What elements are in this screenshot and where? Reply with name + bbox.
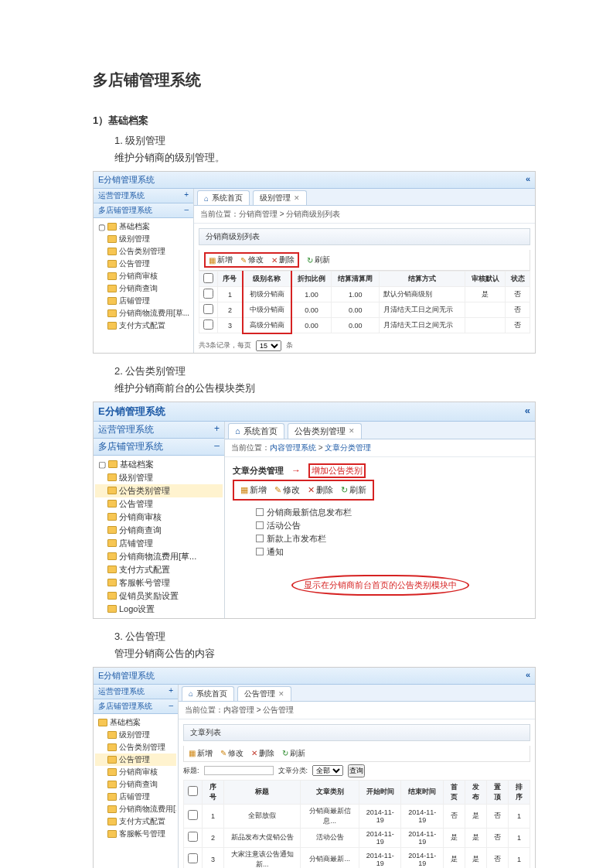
select-all-checkbox[interactable] (203, 273, 213, 283)
refresh-button[interactable]: ↻刷新 (341, 484, 366, 496)
tree-item[interactable]: 客服帐号管理 (95, 828, 176, 840)
type-select[interactable]: 全部 (312, 765, 343, 776)
select-all-checkbox[interactable] (188, 786, 198, 796)
tree-item[interactable]: 分销商查询 (95, 282, 192, 295)
search-button[interactable]: 查询 (348, 764, 365, 777)
tab-home[interactable]: ⌂系统首页 (197, 190, 250, 205)
collapse-icon[interactable]: – (214, 440, 220, 453)
notice-table: 序号标题文章类别 开始时间结束时间首页 发布置顶排序 1全部放假分销商最新信息.… (183, 780, 530, 869)
nav-ops[interactable]: 运营管理系统 (98, 423, 154, 436)
list-item[interactable]: 新款上市发布栏 (256, 532, 527, 545)
list-item[interactable]: 通知 (256, 545, 527, 559)
refresh-icon: ↻ (307, 256, 313, 265)
panel-title: 分销商级别列表 (199, 228, 530, 245)
tree-item[interactable]: 支付方式配置 (95, 320, 192, 332)
delete-button[interactable]: ✕删除 (251, 748, 274, 759)
tree-item[interactable]: 级别管理 (95, 233, 192, 245)
tree-item[interactable]: 店铺管理 (95, 791, 176, 803)
tree-root[interactable]: ▢基础档案 (95, 458, 223, 471)
tab-home[interactable]: ⌂系统首页 (182, 686, 234, 701)
tree-item[interactable]: 促销员奖励设置 (95, 589, 223, 603)
nav-multi[interactable]: 多店铺管理系统 (98, 701, 152, 712)
tree-item[interactable]: 分销商查询 (95, 524, 223, 537)
col-days: 结算清算周 (332, 272, 380, 287)
tree-item-selected[interactable]: 公告管理 (95, 754, 176, 766)
tree-item[interactable]: 店铺管理 (95, 295, 192, 307)
tree-item[interactable]: 客服帐号管理 (95, 576, 223, 589)
folder-icon (108, 460, 117, 468)
page-size-select[interactable]: 15 (256, 340, 281, 351)
close-icon[interactable]: ✕ (294, 194, 300, 202)
tree-root[interactable]: 基础档案 (95, 716, 176, 729)
expand-icon[interactable]: + (169, 686, 173, 697)
tree-item[interactable]: 级别管理 (95, 471, 223, 484)
tree-item[interactable]: 分销商物流费用[草... (95, 307, 192, 320)
nav-multi[interactable]: 多店铺管理系统 (98, 205, 152, 216)
nav-multi[interactable]: 多店铺管理系统 (98, 440, 163, 453)
tab-category[interactable]: 公告类别管理✕ (288, 423, 362, 439)
list-item[interactable]: 活动公告 (256, 519, 527, 532)
table-row[interactable]: 3大家注意该公告通知新...分销商最新...2014-11-192014-11-… (184, 847, 530, 868)
table-row[interactable]: 2中级分销商0.000.00月清结天工日之间无示否 (199, 302, 530, 318)
tree-item[interactable]: 公告管理 (95, 258, 192, 270)
refresh-button[interactable]: ↻刷新 (307, 255, 330, 265)
search-input[interactable] (204, 766, 274, 775)
collapse-icon[interactable]: « (525, 405, 530, 419)
home-icon: ⌂ (204, 194, 209, 203)
panel-title: 文章分类管理 (233, 465, 284, 477)
expand-icon[interactable]: + (214, 423, 220, 436)
checkbox[interactable] (256, 521, 264, 529)
edit-button[interactable]: ✎修改 (274, 484, 300, 496)
tab-home[interactable]: ⌂系统首页 (228, 423, 284, 439)
tree-item[interactable]: 分销商查询 (95, 778, 176, 791)
nav-ops[interactable]: 运营管理系统 (98, 190, 145, 201)
delete-button[interactable]: ✕删除 (271, 255, 295, 265)
collapse-icon[interactable]: « (526, 670, 530, 682)
list-item[interactable]: 分销商最新信息发布栏 (256, 506, 527, 519)
search-label: 标题: (183, 766, 199, 776)
tree-item[interactable]: 公告类别管理 (95, 741, 176, 754)
checkbox[interactable] (256, 508, 264, 516)
col-name: 级别名称 (243, 272, 291, 287)
tree-item[interactable]: 分销商审核 (95, 766, 176, 778)
tree-item-selected[interactable]: 公告类别管理 (95, 484, 223, 497)
checkbox[interactable] (256, 535, 264, 542)
delete-button[interactable]: ✕删除 (308, 484, 333, 496)
tab-level[interactable]: 级别管理✕ (253, 190, 307, 205)
close-icon[interactable]: ✕ (349, 427, 355, 435)
tree-root[interactable]: ▢基础档案 (95, 220, 192, 233)
add-button[interactable]: ▦新增 (240, 484, 267, 496)
tree-item[interactable]: 店铺管理 (95, 537, 223, 550)
subsection-desc: 维护分销商前台的公告模块类别 (114, 381, 536, 395)
tree-item[interactable]: 分销商审核 (95, 511, 223, 524)
table-row[interactable]: 1全部放假分销商最新信息...2014-11-192014-11-19否是否1 (184, 804, 530, 828)
table-row[interactable]: 2新品发布大促销公告活动公告2014-11-192014-11-19是是否1 (184, 828, 530, 847)
tree-item[interactable]: 公告管理 (95, 497, 223, 511)
collapse-icon[interactable]: – (184, 205, 189, 216)
expand-icon[interactable]: + (184, 190, 189, 201)
close-icon[interactable]: ✕ (278, 690, 284, 698)
tree-item[interactable]: 分销商物流费用[草... (95, 550, 223, 563)
add-button[interactable]: ▦新增 (189, 748, 213, 759)
nav-ops[interactable]: 运营管理系统 (98, 686, 145, 697)
checkbox[interactable] (256, 548, 264, 555)
table-row[interactable]: 1初级分销商1.001.00默认分销商级别是否 (199, 287, 530, 302)
edit-button[interactable]: ✎修改 (220, 748, 243, 759)
add-icon: ▦ (209, 256, 216, 265)
collapse-icon[interactable]: – (169, 701, 173, 712)
tree-item[interactable]: 支付方式配置 (95, 815, 176, 828)
tree-item[interactable]: 公告类别管理 (95, 245, 192, 258)
annotation-callout: 显示在分销商前台首页的公告类别模块中 (291, 575, 469, 596)
table-row[interactable]: 3高级分销商0.000.00月清结天工日之间无示否 (199, 318, 530, 333)
add-button[interactable]: ▦新增 (209, 255, 233, 265)
tree-item[interactable]: 级别管理 (95, 729, 176, 741)
edit-button[interactable]: ✎修改 (240, 255, 264, 265)
tree-item[interactable]: 分销商物流费用[草... (95, 803, 176, 815)
tree-item[interactable]: 分销商审核 (95, 270, 192, 282)
home-icon: ⌂ (189, 689, 193, 698)
tree-item[interactable]: 支付方式配置 (95, 563, 223, 576)
tree-item[interactable]: Logo设置 (95, 603, 223, 616)
tab-notice[interactable]: 公告管理✕ (237, 686, 291, 701)
refresh-button[interactable]: ↻刷新 (282, 748, 305, 759)
collapse-icon[interactable]: « (526, 174, 530, 186)
